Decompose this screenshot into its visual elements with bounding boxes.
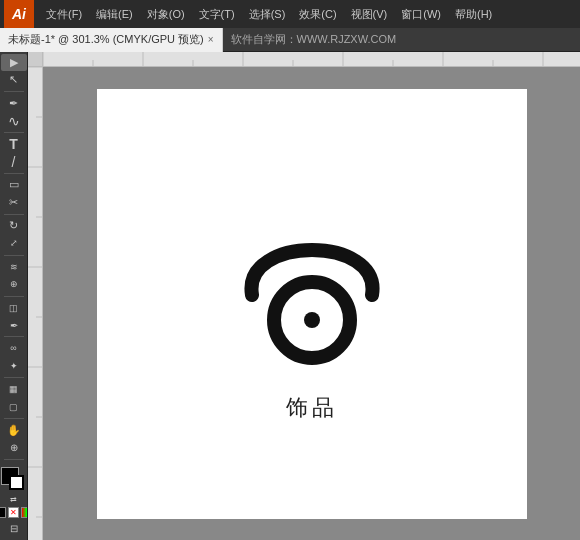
tool-zoom[interactable]: ⊕ [1, 439, 27, 456]
tool-warp[interactable]: ≋ [1, 258, 27, 275]
svg-point-24 [304, 312, 320, 328]
tool-curvature[interactable]: ∿ [1, 112, 27, 129]
svg-rect-12 [28, 67, 43, 540]
menu-type[interactable]: 文字(T) [193, 5, 241, 24]
jewelry-text-label: 饰品 [286, 393, 338, 423]
ruler-corner [28, 52, 43, 67]
tab-website-label: 软件自学网：WWW.RJZXW.COM [223, 32, 405, 47]
tab-close-button[interactable]: × [208, 34, 214, 45]
none-fill-icon[interactable] [0, 507, 6, 518]
main-layout: ▶ ↖ ✒ ∿ T / ▭ ✂ ↻ ⤢ ≋ ⊕ ◫ ✒ ∞ ✦ ▦ ▢ ✋ ⊕ [0, 52, 580, 540]
menu-help[interactable]: 帮助(H) [449, 5, 498, 24]
tool-scale[interactable]: ⤢ [1, 235, 27, 252]
tool-eyedropper[interactable]: ✒ [1, 317, 27, 334]
tool-separator-7 [4, 336, 24, 337]
tool-gradient[interactable]: ◫ [1, 299, 27, 316]
horizontal-ruler [43, 52, 580, 67]
screen-mode-button[interactable]: ⊟ [10, 523, 18, 534]
tab-title: 未标题-1* @ 301.3% (CMYK/GPU 预览) [8, 32, 204, 47]
tool-separator-5 [4, 255, 24, 256]
canvas-area: 饰品 [28, 52, 580, 540]
vertical-ruler [28, 67, 43, 540]
tool-rotate[interactable]: ↻ [1, 218, 27, 235]
color-swap-button[interactable]: ⇄ [10, 496, 17, 504]
tool-rectangle[interactable]: ▭ [1, 177, 27, 194]
ruler-row [28, 52, 580, 67]
color-section: ⇄ ✕ ⊟ [0, 457, 28, 538]
tool-blend[interactable]: ∞ [1, 340, 27, 357]
tool-separator-9 [4, 418, 24, 419]
menu-file[interactable]: 文件(F) [40, 5, 88, 24]
tool-scissors[interactable]: ✂ [1, 194, 27, 211]
tool-graph[interactable]: ▦ [1, 381, 27, 398]
menu-bar: Ai 文件(F) 编辑(E) 对象(O) 文字(T) 选择(S) 效果(C) 视… [0, 0, 580, 28]
left-toolbar: ▶ ↖ ✒ ∿ T / ▭ ✂ ↻ ⤢ ≋ ⊕ ◫ ✒ ∞ ✦ ▦ ▢ ✋ ⊕ [0, 52, 28, 540]
tool-separator-2 [4, 132, 24, 133]
tool-separator-3 [4, 173, 24, 174]
app-logo: Ai [4, 0, 34, 28]
tool-shape-builder[interactable]: ⊕ [1, 276, 27, 293]
menu-items: 文件(F) 编辑(E) 对象(O) 文字(T) 选择(S) 效果(C) 视图(V… [40, 5, 498, 24]
none-color-icon[interactable]: ✕ [8, 507, 19, 518]
tool-separator-1 [4, 91, 24, 92]
menu-window[interactable]: 窗口(W) [395, 5, 447, 24]
tool-separator-8 [4, 377, 24, 378]
tool-pen[interactable]: ✒ [1, 95, 27, 112]
tool-hand[interactable]: ✋ [1, 422, 27, 439]
tool-line[interactable]: / [1, 153, 27, 170]
tool-selection[interactable]: ▶ [1, 54, 27, 71]
menu-effect[interactable]: 效果(C) [293, 5, 342, 24]
menu-view[interactable]: 视图(V) [345, 5, 394, 24]
tool-separator-6 [4, 296, 24, 297]
tool-direct-selection[interactable]: ↖ [1, 72, 27, 89]
menu-edit[interactable]: 编辑(E) [90, 5, 139, 24]
gradient-color-icon[interactable] [21, 507, 28, 518]
tool-symbol[interactable]: ✦ [1, 358, 27, 375]
stroke-color-box[interactable] [9, 475, 24, 490]
tab-bar: 未标题-1* @ 301.3% (CMYK/GPU 预览) × 软件自学网：WW… [0, 28, 580, 52]
canvas-background: 饰品 [43, 67, 580, 540]
svg-rect-0 [43, 52, 580, 67]
jewelry-svg [222, 185, 402, 385]
document-tab[interactable]: 未标题-1* @ 301.3% (CMYK/GPU 预览) × [0, 28, 223, 52]
menu-object[interactable]: 对象(O) [141, 5, 191, 24]
menu-select[interactable]: 选择(S) [243, 5, 292, 24]
tool-type[interactable]: T [1, 136, 27, 153]
tool-separator-4 [4, 214, 24, 215]
jewelry-artwork: 饰品 [222, 185, 402, 423]
tool-artboard[interactable]: ▢ [1, 399, 27, 416]
artboard: 饰品 [97, 89, 527, 519]
color-separator [4, 459, 24, 460]
